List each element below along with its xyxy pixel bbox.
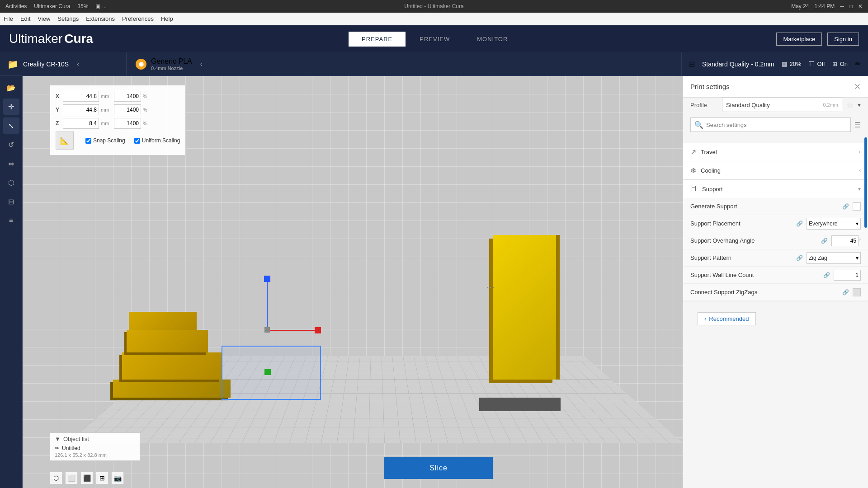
y-pct-input[interactable] (114, 104, 141, 115)
z-pct-input[interactable] (114, 118, 141, 129)
menu-file[interactable]: File (4, 15, 13, 22)
quality-name[interactable]: Standard Quality - 0.2mm (702, 61, 774, 68)
support-placement-value: Everywhere (809, 221, 837, 227)
tab-preview[interactable]: PREVIEW (406, 32, 463, 47)
settings-menu-icon[interactable]: ☰ (854, 121, 861, 129)
support-placement-select[interactable]: Everywhere ▾ (807, 218, 861, 230)
print-settings-header: Print settings ✕ (683, 76, 868, 98)
solid-view-icon[interactable]: ⬛ (80, 472, 93, 484)
infill-icon: ▦ (782, 61, 787, 67)
support-wall-row: Support Wall Line Count 🔗 (683, 267, 868, 284)
toolbar2: 📁 Creality CR-10S ‹ ⬤ Generic PLA 0.4mm … (0, 52, 868, 76)
sidebar-per-model[interactable]: ⬡ (3, 174, 19, 191)
cooling-header[interactable]: ❄ Cooling ‹ (683, 161, 868, 179)
menu-help[interactable]: Help (161, 15, 173, 22)
uniform-scaling-label[interactable]: Uniform Scaling (134, 137, 180, 144)
settings-scrollbar[interactable] (864, 137, 867, 228)
x-mm-input[interactable] (63, 91, 99, 102)
grid-icon[interactable]: ⊞ (96, 472, 108, 484)
tab-monitor[interactable]: MONITOR (464, 32, 521, 47)
support-zigzag-checkbox[interactable] (853, 288, 861, 296)
material-chevron-left[interactable]: ‹ (197, 59, 206, 70)
panel-expand-dots[interactable]: ⋯ (486, 282, 495, 292)
snap-scaling-label[interactable]: Snap Scaling (85, 137, 125, 144)
support-pattern-link[interactable]: 🔗 (796, 255, 803, 261)
object-list-header[interactable]: ▼ Object list (55, 436, 135, 442)
viewport[interactable]: X mm % Y mm % Z mm % 📐 (23, 76, 683, 488)
app-logo: Ultimaker Cura (9, 32, 93, 46)
gizmo-center[interactable] (264, 327, 270, 333)
sidebar-scale-tool[interactable]: ⤡ (3, 117, 19, 134)
supports-control[interactable]: ⛩ Off (809, 61, 825, 67)
sidebar-move-tool[interactable]: ✛ (3, 99, 19, 115)
cube-view-icon[interactable]: ⬡ (50, 472, 62, 484)
generate-support-checkbox[interactable] (853, 202, 861, 211)
print-settings-close[interactable]: ✕ (854, 82, 861, 92)
left-sidebar: 📂 ✛ ⤡ ↺ ⇔ ⬡ ⊟ ≡ (0, 76, 23, 488)
x-pct-input[interactable] (114, 91, 141, 102)
object-pencil-icon: ✏ (55, 445, 59, 451)
z-mm-input[interactable] (63, 118, 99, 129)
menu-extensions[interactable]: Extensions (86, 15, 115, 22)
support-zigzag-label: Connect Support ZigZags (690, 289, 842, 296)
slice-button[interactable]: Slice (384, 457, 493, 479)
adhesion-value: On (840, 61, 848, 67)
printer-chevron-left[interactable]: ‹ (73, 59, 83, 70)
x-mm-unit: mm (101, 94, 112, 99)
infill-control[interactable]: ▦ 20% (782, 61, 802, 67)
uniform-scaling-checkbox[interactable] (134, 138, 140, 144)
sidebar-mirror-tool[interactable]: ⇔ (3, 155, 19, 172)
window-indicator: ▣ ... (95, 3, 106, 9)
settings-icon[interactable]: ✏ (855, 60, 861, 68)
object-dimensions: 126.1 x 55.2 x 82.8 mm (55, 452, 135, 458)
minimize-btn[interactable]: ─ (840, 3, 844, 9)
gizmo-z-handle[interactable] (264, 369, 271, 375)
sidebar-open-file[interactable]: 📂 (3, 80, 19, 96)
adhesion-control[interactable]: ⊞ On (832, 61, 848, 67)
marketplace-button[interactable]: Marketplace (776, 33, 822, 46)
support-section-icon: ⛩ (690, 185, 698, 193)
snap-scaling-checkbox[interactable] (85, 138, 91, 144)
profile-star-icon[interactable]: ☆ (847, 101, 853, 109)
activities-label[interactable]: Activities (5, 3, 27, 9)
support-header[interactable]: ⛩ Support ▾ (683, 180, 868, 198)
travel-header[interactable]: ↗ Travel ‹ (683, 143, 868, 161)
printer-section[interactable]: 📁 Creality CR-10S ‹ (0, 52, 127, 75)
z-pct-unit: % (143, 121, 147, 126)
sidebar-support-blocker[interactable]: ⊟ (3, 193, 19, 210)
search-input[interactable] (706, 122, 847, 128)
generate-support-link[interactable]: 🔗 (842, 203, 849, 210)
recommended-button[interactable]: ‹ Recommended (698, 312, 756, 325)
maximize-btn[interactable]: □ (849, 3, 853, 9)
tab-prepare[interactable]: PREPARE (349, 32, 406, 47)
material-section[interactable]: ⬤ Generic PLA 0.4mm Nozzle ‹ (127, 52, 682, 75)
support-wall-input[interactable] (834, 270, 861, 281)
menu-view[interactable]: View (38, 15, 50, 22)
camera-icon[interactable]: 📷 (111, 472, 124, 484)
gizmo-x-handle[interactable] (315, 327, 321, 333)
wireframe-icon[interactable]: ⬜ (65, 472, 78, 484)
support-wall-link[interactable]: 🔗 (823, 272, 830, 278)
support-overhang-link[interactable]: 🔗 (821, 238, 828, 244)
sidebar-layer-view[interactable]: ≡ (3, 212, 19, 229)
y-mm-input[interactable] (63, 104, 99, 115)
close-btn[interactable]: ✕ (858, 3, 863, 9)
quality-section: ⊞ Standard Quality - 0.2mm ▦ 20% ⛩ Off ⊞… (682, 52, 868, 75)
object-list-item[interactable]: ✏ Untitled (55, 444, 135, 452)
support-overhang-input[interactable] (831, 235, 859, 246)
menu-settings[interactable]: Settings (57, 15, 79, 22)
gizmo-y-handle[interactable] (264, 276, 270, 282)
menu-edit[interactable]: Edit (20, 15, 30, 22)
profile-select[interactable]: Standard Quality 0.2mm (722, 98, 842, 112)
menu-preferences[interactable]: Preferences (122, 15, 154, 22)
profile-chevron-down[interactable]: ▾ (858, 101, 861, 108)
sidebar-rotate-tool[interactable]: ↺ (3, 136, 19, 153)
logo-ultimaker: Ultimaker (9, 32, 62, 46)
selection-box (222, 346, 321, 400)
scale-x-row: X mm % (56, 91, 180, 102)
support-pattern-select[interactable]: Zig Zag ▾ (807, 252, 861, 264)
support-zigzag-link[interactable]: 🔗 (842, 289, 849, 296)
support-placement-link[interactable]: 🔗 (796, 221, 803, 227)
material-name: Generic PLA (151, 57, 192, 66)
sign-in-button[interactable]: Sign in (827, 33, 859, 46)
